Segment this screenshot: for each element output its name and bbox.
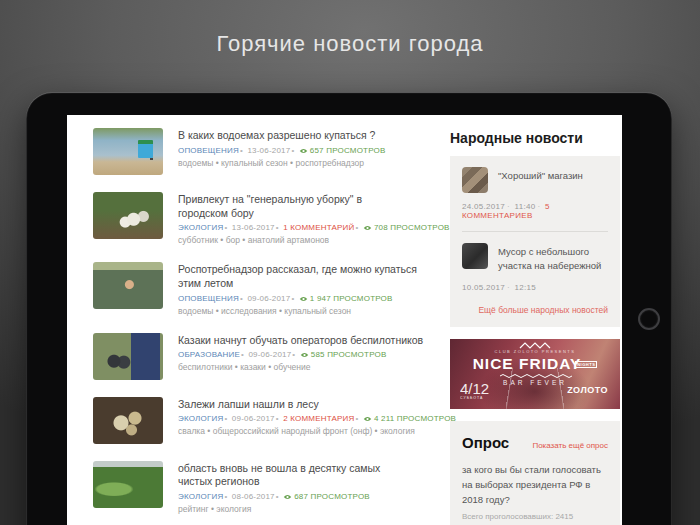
news-category-link[interactable]: ЭКОЛОГИЯ (178, 414, 223, 423)
news-meta: ОБРАЗОВАНИЕ09-06-2017585 просмотров (178, 350, 423, 359)
banner-badge: NIGHTS (575, 361, 597, 368)
news-item: область вновь не вошла в десятку самых ч… (93, 461, 435, 514)
news-thumbnail[interactable] (93, 192, 163, 239)
news-meta: ЭКОЛОГИЯ13-06-20171 КОММЕНТАРИЙ708 просм… (178, 223, 435, 232)
eye-icon (299, 296, 308, 302)
poll-more-link[interactable]: Показать ещё опрос (532, 441, 608, 450)
news-thumbnail[interactable] (93, 262, 163, 309)
news-category-link[interactable]: ОПОВЕЩЕНИЯ (178, 146, 239, 155)
news-comments-link[interactable]: 2 КОММЕНТАРИЯ (275, 414, 355, 423)
people-news-date: 24.05.2017 (462, 202, 505, 211)
news-tags[interactable]: свалка • общероссийский народный фронт (… (178, 426, 435, 436)
news-title[interactable]: Привлекут на "генеральную уборку" в горо… (178, 193, 404, 220)
news-page: В каких водоемах разрешено купаться ? ОП… (67, 115, 622, 525)
news-tags[interactable]: рейтинг • экология (178, 504, 404, 514)
news-views: 1 947 просмотров (290, 294, 392, 303)
news-views: 687 просмотров (275, 492, 370, 501)
news-item: Роспотребнадзор рассказал, где можно куп… (93, 262, 435, 315)
news-thumbnail[interactable] (93, 128, 163, 175)
news-item: Залежи лапши нашли в лесу ЭКОЛОГИЯ09-06-… (93, 397, 435, 444)
news-thumbnail[interactable] (93, 333, 163, 380)
people-news-item: "Хороший" магазин 24.05.201711:405 КОММЕ… (462, 167, 608, 220)
people-news-title[interactable]: "Хороший" магазин (498, 167, 583, 183)
eye-icon (363, 225, 372, 231)
divider (462, 231, 608, 232)
people-news-time: 12:15 (505, 283, 536, 292)
news-thumbnail[interactable] (93, 461, 163, 508)
news-meta: ОПОВЕЩЕНИЯ13-06-2017657 просмотров (178, 146, 386, 155)
news-date: 08-06-2017 (223, 492, 274, 501)
news-date: 09-06-2017 (239, 294, 290, 303)
news-thumbnail[interactable] (93, 397, 163, 444)
news-category-link[interactable]: ЭКОЛОГИЯ (178, 492, 223, 501)
news-title[interactable]: Казаки начнут обучать операторов беспило… (178, 334, 423, 348)
people-news-title[interactable]: Мусор с небольшого участка на набережной (498, 243, 608, 274)
news-date: 13-06-2017 (239, 146, 290, 155)
banner-brand-logo: ZОЛОТО (567, 385, 608, 395)
news-tags[interactable]: субботник • бор • анатолий артамонов (178, 235, 435, 245)
people-news-time: 11:40 (505, 202, 535, 211)
news-views: 708 просмотров (355, 223, 450, 232)
tablet-frame: В каких водоемах разрешено купаться ? ОП… (26, 92, 672, 525)
news-title[interactable]: область вновь не вошла в десятку самых ч… (178, 462, 404, 489)
home-button[interactable] (638, 308, 660, 330)
news-views: 585 просмотров (291, 350, 386, 359)
news-tags[interactable]: водоемы • исследования • купальный сезон (178, 306, 435, 316)
poll-card: Опрос Показать ещё опрос за кого вы бы с… (450, 421, 620, 525)
poll-total-votes: Всего проголосовавших: 2415 (462, 512, 608, 521)
ad-banner[interactable]: CLUB ZOLOTO PRESENTS NICE FRIDAYNIGHTS B… (450, 339, 620, 409)
people-news-thumbnail[interactable] (462, 243, 488, 269)
news-title[interactable]: В каких водоемах разрешено купаться ? (178, 129, 386, 143)
eye-icon (300, 352, 309, 358)
banner-date: 4/12СУББОТА (460, 381, 489, 401)
eye-icon (283, 494, 292, 500)
news-title[interactable]: Роспотребнадзор рассказал, где можно куп… (178, 263, 435, 290)
news-tags[interactable]: водоемы • купальный сезон • роспотребнад… (178, 158, 386, 168)
news-category-link[interactable]: ОПОВЕЩЕНИЯ (178, 294, 239, 303)
news-title[interactable]: Залежи лапши нашли в лесу (178, 398, 435, 412)
people-news-meta: 24.05.201711:405 КОММЕНТАРИЕВ (462, 202, 608, 220)
news-meta: ОПОВЕЩЕНИЯ09-06-20171 947 просмотров (178, 294, 435, 303)
news-item: Казаки начнут обучать операторов беспило… (93, 333, 435, 380)
news-date: 09-06-2017 (223, 414, 274, 423)
news-tags[interactable]: беспилотники • казаки • обучение (178, 362, 423, 372)
page-title: Горячие новости города (0, 31, 700, 57)
people-news-date: 10.05.2017 (462, 283, 505, 292)
eye-icon (299, 148, 308, 154)
news-date: 13-06-2017 (223, 223, 274, 232)
news-category-link[interactable]: ОБРАЗОВАНИЕ (178, 350, 240, 359)
poll-question: за кого вы бы стали голосовать на выбора… (462, 462, 608, 508)
banner-triangle-icon (505, 368, 565, 409)
people-news-heading: Народные новости (450, 130, 620, 146)
news-item: Привлекут на "генеральную уборку" в горо… (93, 192, 435, 245)
banner-day: СУББОТА (460, 397, 489, 401)
people-news-card: "Хороший" магазин 24.05.201711:405 КОММЕ… (450, 156, 620, 327)
sidebar: Народные новости "Хороший" магазин 24.05… (450, 128, 620, 525)
news-comments-link[interactable]: 1 КОММЕНТАРИЙ (275, 223, 355, 232)
news-date: 09-06-2017 (240, 350, 291, 359)
people-news-item: Мусор с небольшого участка на набережной… (462, 243, 608, 292)
news-views: 657 просмотров (290, 146, 385, 155)
news-meta: ЭКОЛОГИЯ09-06-20172 КОММЕНТАРИЯ4 211 про… (178, 414, 435, 423)
poll-heading: Опрос (462, 434, 509, 451)
people-news-more-link[interactable]: Ещё больше народных новостей (462, 305, 608, 315)
news-list: В каких водоемах разрешено купаться ? ОП… (93, 128, 435, 525)
news-item: В каких водоемах разрешено купаться ? ОП… (93, 128, 435, 175)
news-category-link[interactable]: ЭКОЛОГИЯ (178, 223, 223, 232)
people-news-meta: 10.05.201712:15 (462, 283, 608, 292)
people-news-thumbnail[interactable] (462, 167, 488, 193)
tablet-screen: В каких водоемах разрешено купаться ? ОП… (67, 115, 622, 525)
banner-logo-icon (450, 342, 620, 349)
banner-presents-text: CLUB ZOLOTO PRESENTS (450, 349, 620, 354)
news-meta: ЭКОЛОГИЯ08-06-2017687 просмотров (178, 492, 404, 501)
eye-icon (363, 416, 372, 422)
news-views: 4 211 просмотров (355, 414, 457, 423)
